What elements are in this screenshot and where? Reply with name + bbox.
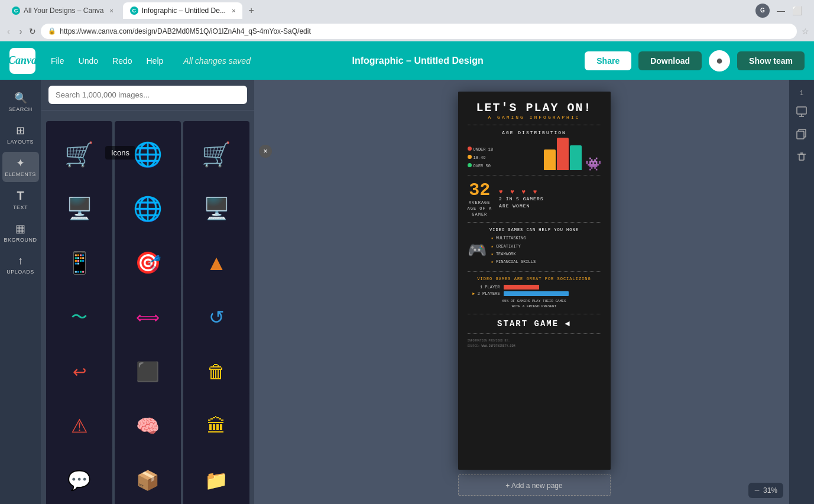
background-icon: ▦ xyxy=(15,222,25,235)
user-avatar[interactable]: ● xyxy=(709,50,730,71)
design-title: Infographic – Untitled Design xyxy=(352,56,483,66)
icons-grid: 🛒 FREE 🌐 FREE 🛒 FREE 🖥️ FREE 🌐 FREE 🖥 xyxy=(41,116,254,504)
icon-cell-19[interactable]: 💬 FREE xyxy=(46,447,112,504)
bar-teal xyxy=(570,145,582,170)
star-icon-4: ★ xyxy=(491,259,494,264)
layouts-icon: ⊞ xyxy=(16,124,25,137)
social-section: VIDEO GAMES ARE GREAT FOR SOCIALIZING 1 … xyxy=(468,277,601,309)
profile-icon[interactable]: G xyxy=(755,4,770,18)
hearts-display: ♥ ♥ ♥ ♥ xyxy=(499,188,601,196)
menu-redo[interactable]: Redo xyxy=(106,53,138,69)
divider-2 xyxy=(468,175,601,175)
stats-row: 32 AVERAGEAGE OF AGAMER ♥ ♥ ♥ ♥ 2 IN 5 G… xyxy=(468,180,601,217)
download-button[interactable]: Download xyxy=(638,51,702,70)
tab-2[interactable]: C Infographic – Untitled De... × xyxy=(123,2,243,19)
icon-cell-21[interactable]: 📁 FREE xyxy=(183,447,249,504)
divider-3 xyxy=(468,222,601,223)
canva-logo[interactable]: Canva xyxy=(9,48,35,74)
present-tool[interactable] xyxy=(792,102,811,121)
player1-label: 1 PLAYER xyxy=(468,285,500,290)
bar-chart: 👾 xyxy=(544,138,601,170)
save-status: All changes saved xyxy=(183,56,251,66)
star-icon-3: ★ xyxy=(491,252,494,256)
new-tab-button[interactable]: + xyxy=(245,4,257,17)
design-canvas[interactable]: LET'S PLAY ON! A GAMING INFOGRAPHIC AGE … xyxy=(458,92,611,470)
cart-icon-red: 🛒 xyxy=(53,128,106,181)
restore-icon[interactable]: ⬜ xyxy=(792,6,802,15)
back-button[interactable]: ‹ xyxy=(5,25,12,37)
sidebar-layouts-label: LAYOUTS xyxy=(7,139,34,145)
target-icon-purple: 🎯 xyxy=(121,236,174,290)
search-input[interactable] xyxy=(48,86,247,104)
trash-tool[interactable] xyxy=(792,147,811,166)
trash-icon xyxy=(796,151,807,162)
star-icon-2: ★ xyxy=(491,244,494,249)
zoom-minus-button[interactable]: − xyxy=(754,485,760,496)
skills-list: ★ MULTITASKING ★ CREATIVITY ★ TEAMWORK ★… xyxy=(491,235,536,266)
icons-label: Icons xyxy=(105,146,135,160)
close-icons-button[interactable]: × xyxy=(259,145,272,158)
icon-cell-20[interactable]: 📦 FREE xyxy=(115,447,181,504)
zoom-level: 31% xyxy=(763,486,777,495)
sidebar-elements-label: ELEMENTS xyxy=(5,171,36,177)
elements-panel: Icons × 🛒 FREE 🌐 FREE 🛒 FREE 🖥️ FREE xyxy=(41,80,254,504)
tab1-favicon: C xyxy=(12,6,20,15)
sidebar-item-layouts[interactable]: ⊞ LAYOUTS xyxy=(2,119,39,149)
trash-icon-yellow: 🗑 xyxy=(190,345,243,398)
legend-label-over50: OVER 50 xyxy=(474,164,491,168)
social-title: VIDEO GAMES ARE GREAT FOR SOCIALIZING xyxy=(468,277,601,281)
browser-chrome: C All Your Designs – Canva × C Infograph… xyxy=(0,0,814,41)
start-game: START GAME ◄ xyxy=(468,319,601,329)
building-icon-yellow: 🏛 xyxy=(190,399,243,453)
share-button[interactable]: Share xyxy=(585,51,631,70)
divider-6 xyxy=(468,333,601,334)
menu-undo[interactable]: Undo xyxy=(73,53,104,69)
globe-icon-purple: 🌐 xyxy=(121,182,174,235)
bookmark-button[interactable]: ☆ xyxy=(802,27,809,36)
divider-4 xyxy=(468,271,601,272)
add-page-label: + Add a new page xyxy=(505,482,562,490)
menu-help[interactable]: Help xyxy=(141,53,170,69)
arrow-icon-red: ↩ xyxy=(53,345,106,398)
sidebar-background-label: BKGROUND xyxy=(4,237,37,243)
monitor-icon-teal: 🖥️ xyxy=(190,182,243,235)
copy-tool[interactable] xyxy=(792,125,811,144)
sidebar-item-background[interactable]: ▦ BKGROUND xyxy=(2,217,39,248)
sidebar-item-search[interactable]: 🔍 SEARCH xyxy=(2,87,39,117)
tab2-favicon: C xyxy=(130,6,138,15)
gamer-character: 👾 xyxy=(585,157,601,173)
legend-dot-1849 xyxy=(468,155,472,159)
sidebar-item-text[interactable]: T TEXT xyxy=(2,184,39,215)
divider-1 xyxy=(468,125,601,125)
phone-icon-pink: 📱 xyxy=(53,236,106,290)
show-team-button[interactable]: Show team xyxy=(737,51,805,70)
sidebar-item-uploads[interactable]: ↑ UPLOADS xyxy=(2,250,39,279)
tab2-label: Infographic – Untitled De... xyxy=(142,6,226,15)
address-bar: ‹ › ↻ 🔒 https://www.canva.com/design/DAB… xyxy=(0,21,814,41)
menu-file[interactable]: File xyxy=(45,53,70,69)
header-right: Share Download ● Show team xyxy=(585,50,805,71)
player1-bar-row: 1 PLAYER xyxy=(468,285,601,290)
wave-icon-teal: 〜 xyxy=(53,291,106,344)
bar-yellow xyxy=(544,149,556,170)
app-header: Canva File Undo Redo Help All changes sa… xyxy=(0,41,814,80)
url-bar[interactable]: 🔒 https://www.canva.com/design/DAB2Md0M5… xyxy=(41,24,797,39)
sidebar-item-elements[interactable]: ✦ ELEMENTS xyxy=(2,152,39,182)
reload-button[interactable]: ↻ xyxy=(29,27,36,36)
tab1-close[interactable]: × xyxy=(109,7,113,14)
app-body: 🔍 SEARCH ⊞ LAYOUTS ✦ ELEMENTS T TEXT ▦ B… xyxy=(0,80,814,504)
player2-bar xyxy=(504,291,569,296)
brain-icon-red: 🧠 xyxy=(121,399,174,453)
star-icon-1: ★ xyxy=(491,236,494,240)
forward-button[interactable]: › xyxy=(17,25,25,37)
add-page-button[interactable]: + Add a new page xyxy=(458,474,611,496)
minimize-icon[interactable]: — xyxy=(777,6,785,15)
attribution: INFORMATION PROVIDED BY:SOURCE: WWW.INFO… xyxy=(468,339,601,349)
age-distribution: UNDER 18 18-49 OVER 50 👾 xyxy=(468,138,601,170)
square-icon-teal: ⬛ xyxy=(121,345,174,398)
tab-1[interactable]: C All Your Designs – Canva × xyxy=(5,2,121,19)
avg-age-number: 32 xyxy=(468,180,492,200)
uploads-icon: ↑ xyxy=(18,255,23,267)
tab2-close[interactable]: × xyxy=(232,7,235,14)
chat-icon-pink: 💬 xyxy=(53,454,106,504)
